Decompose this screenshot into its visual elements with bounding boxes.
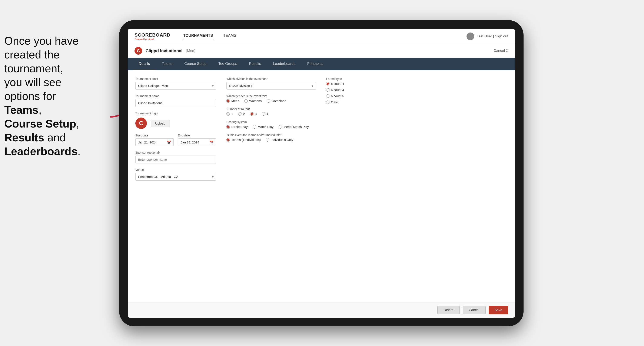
- tournament-host-field: Tournament Host Clippd College - Men: [135, 77, 216, 90]
- tournament-gender: (Men): [186, 49, 195, 53]
- event-individuals[interactable]: Individuals Only: [266, 138, 293, 142]
- venue-label: Venue: [135, 168, 216, 172]
- save-button[interactable]: Save: [489, 306, 508, 314]
- gender-combined[interactable]: Combined: [267, 99, 286, 103]
- delete-button[interactable]: Delete: [437, 306, 460, 314]
- sponsor-label: Sponsor (optional): [135, 151, 216, 154]
- logo-text: SCOREBOARD: [134, 32, 170, 38]
- rounds-1[interactable]: 1: [226, 112, 233, 116]
- cancel-tournament-btn[interactable]: Cancel X: [494, 49, 508, 53]
- rounds-3[interactable]: 3: [250, 112, 257, 116]
- top-navigation: SCOREBOARD Powered by clippd TOURNAMENTS…: [128, 29, 515, 44]
- event-teams[interactable]: Teams (+Individuals): [226, 138, 261, 142]
- scoring-stroke[interactable]: Stroke Play: [226, 125, 248, 129]
- gender-mens[interactable]: Mens: [226, 99, 239, 103]
- scoring-match[interactable]: Match Play: [253, 125, 274, 129]
- tournament-logo-label: Tournament logo: [135, 112, 216, 115]
- start-date-label: Start date: [135, 134, 174, 137]
- scoring-field: Scoring system Stroke Play Match Play Me…: [226, 120, 316, 129]
- tab-details[interactable]: Details: [133, 58, 156, 70]
- tournament-header: C Clippd Invitational (Men) Cancel X: [128, 44, 515, 58]
- tab-teams[interactable]: Teams: [156, 58, 178, 70]
- scoring-radio-group: Stroke Play Match Play Medal Match Play: [226, 125, 316, 129]
- instruction-text: Once you have created the tournament, yo…: [0, 34, 100, 158]
- tab-results[interactable]: Results: [243, 58, 267, 70]
- dates-row: Start date 📅 End date 📅: [135, 134, 216, 146]
- tournament-name-field: Tournament name: [135, 94, 216, 107]
- event-type-field: Is this event for Teams and/or Individua…: [226, 133, 316, 142]
- tournament-name: Clippd Invitational: [146, 48, 182, 53]
- logo-upload-row: C Upload: [135, 118, 216, 129]
- event-type-label: Is this event for Teams and/or Individua…: [226, 133, 316, 137]
- venue-field: Venue Peachtree GC - Atlanta - GA: [135, 168, 216, 181]
- tournament-title-row: C Clippd Invitational (Men): [134, 47, 195, 55]
- tablet-screen: SCOREBOARD Powered by clippd TOURNAMENTS…: [128, 29, 515, 318]
- rounds-label: Number of rounds: [226, 107, 316, 111]
- form-col-mid: Which division is the event for? NCAA Di…: [226, 77, 316, 295]
- sponsor-field: Sponsor (optional): [135, 151, 216, 164]
- gender-label: Which gender is the event for?: [226, 94, 316, 98]
- start-date-field: Start date 📅: [135, 134, 174, 146]
- division-field: Which division is the event for? NCAA Di…: [226, 77, 316, 90]
- nav-teams[interactable]: TEAMS: [223, 33, 236, 39]
- logo-sub: Powered by clippd: [134, 38, 170, 40]
- calendar-icon: 📅: [167, 140, 171, 144]
- form-col-right: Format type 5 count 4 6 count 4 6 count …: [326, 77, 394, 295]
- tournament-host-select[interactable]: Clippd College - Men: [135, 82, 216, 90]
- logo-preview: C: [135, 118, 147, 129]
- user-avatar: [466, 32, 474, 40]
- tournament-name-input[interactable]: [135, 99, 216, 107]
- venue-select[interactable]: Peachtree GC - Atlanta - GA: [135, 173, 216, 181]
- tabs-bar: Details Teams Course Setup Tee Groups Re…: [128, 58, 515, 70]
- gender-field: Which gender is the event for? Mens Wome…: [226, 94, 316, 103]
- tournament-icon: C: [134, 47, 142, 55]
- event-type-radio-group: Teams (+Individuals) Individuals Only: [226, 138, 316, 142]
- end-date-label: End date: [178, 134, 216, 137]
- scoring-label: Scoring system: [226, 120, 316, 124]
- format-type-field: Format type 5 count 4 6 count 4 6 count …: [326, 77, 394, 104]
- tab-course-setup[interactable]: Course Setup: [178, 58, 212, 70]
- tournament-host-label: Tournament Host: [135, 77, 216, 81]
- main-nav: TOURNAMENTS TEAMS: [183, 33, 236, 39]
- format-6count4[interactable]: 6 count 4: [326, 88, 394, 92]
- gender-womens[interactable]: Womens: [244, 99, 262, 103]
- gender-radio-group: Mens Womens Combined: [226, 99, 316, 103]
- form-area: Tournament Host Clippd College - Men Tou…: [128, 70, 515, 302]
- format-type-label: Format type: [326, 77, 394, 81]
- rounds-2[interactable]: 2: [238, 112, 245, 116]
- tournament-name-label: Tournament name: [135, 94, 216, 98]
- logo-area: SCOREBOARD Powered by clippd: [134, 32, 170, 40]
- tab-leaderboards[interactable]: Leaderboards: [267, 58, 301, 70]
- tab-printables[interactable]: Printables: [301, 58, 330, 70]
- calendar-icon-2: 📅: [210, 140, 214, 144]
- tournament-logo-field: Tournament logo C Upload: [135, 112, 216, 129]
- tablet-device: SCOREBOARD Powered by clippd TOURNAMENTS…: [119, 20, 524, 326]
- format-other[interactable]: Other: [326, 100, 394, 104]
- division-select[interactable]: NCAA Division III: [226, 82, 316, 90]
- nav-right: Test User | Sign out: [466, 32, 508, 40]
- division-label: Which division is the event for?: [226, 77, 316, 81]
- rounds-radio-group: 1 2 3 4: [226, 112, 316, 116]
- rounds-field: Number of rounds 1 2 3 4: [226, 107, 316, 116]
- sponsor-input[interactable]: [135, 156, 216, 164]
- end-date-field: End date 📅: [178, 134, 216, 146]
- cancel-button[interactable]: Cancel: [463, 306, 486, 314]
- format-6count5[interactable]: 6 count 5: [326, 94, 394, 98]
- form-col-left: Tournament Host Clippd College - Men Tou…: [135, 77, 216, 295]
- scoring-medal[interactable]: Medal Match Play: [278, 125, 309, 129]
- rounds-4[interactable]: 4: [262, 112, 268, 116]
- format-type-radio-group: 5 count 4 6 count 4 6 count 5 Other: [326, 82, 394, 104]
- user-info[interactable]: Test User | Sign out: [477, 34, 508, 38]
- format-5count4[interactable]: 5 count 4: [326, 82, 394, 85]
- tab-tee-groups[interactable]: Tee Groups: [212, 58, 243, 70]
- upload-button[interactable]: Upload: [151, 120, 170, 127]
- nav-tournaments[interactable]: TOURNAMENTS: [183, 33, 213, 39]
- footer-bar: Delete Cancel Save: [128, 302, 515, 318]
